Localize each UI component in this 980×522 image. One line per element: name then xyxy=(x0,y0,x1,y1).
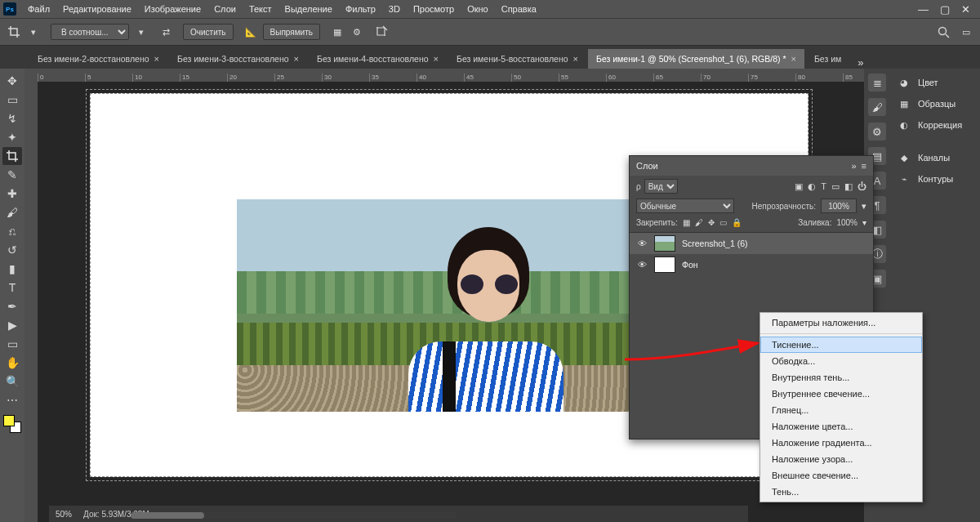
blend-mode-select[interactable]: Обычные xyxy=(636,199,734,213)
close-icon[interactable]: × xyxy=(154,54,159,64)
search-icon[interactable] xyxy=(936,25,951,39)
history-brush-tool-icon[interactable]: ↺ xyxy=(2,241,22,259)
crop-tool-icon[interactable] xyxy=(2,147,22,165)
grid-overlay-icon[interactable]: ▦ xyxy=(330,25,345,39)
panel-channels[interactable]: ◆ Каналы xyxy=(890,147,980,168)
magic-wand-tool-icon[interactable]: ✦ xyxy=(2,128,22,146)
layer-thumbnail[interactable] xyxy=(654,257,675,273)
menu-view[interactable]: Просмотр xyxy=(407,4,461,14)
foreground-color-swatch[interactable] xyxy=(3,415,15,426)
filter-adjust-icon[interactable]: ◐ xyxy=(808,181,816,192)
window-close-icon[interactable]: ✕ xyxy=(961,4,970,15)
opacity-value[interactable]: 100% xyxy=(821,199,857,213)
brush-settings-panel-icon[interactable]: ⚙ xyxy=(868,123,886,141)
filter-type-icon[interactable]: T xyxy=(821,181,826,192)
marquee-tool-icon[interactable]: ▭ xyxy=(2,91,22,109)
lock-all-icon[interactable]: 🔒 xyxy=(732,218,742,227)
menu-item-pattern-overlay[interactable]: Наложение узора... xyxy=(760,451,922,467)
lasso-tool-icon[interactable]: ↯ xyxy=(2,109,22,127)
tabs-overflow-icon[interactable]: » xyxy=(853,56,868,69)
lock-artboard-icon[interactable]: ▭ xyxy=(719,218,727,227)
panel-paths[interactable]: ⌁ Контуры xyxy=(890,168,980,190)
gear-icon[interactable]: ⚙ xyxy=(350,25,364,39)
edit-toolbar-icon[interactable]: ⋯ xyxy=(2,391,22,409)
layer-thumbnail[interactable] xyxy=(654,235,675,252)
menu-item-outer-glow[interactable]: Внешнее свечение... xyxy=(760,467,922,484)
filter-toggle-icon[interactable]: ⏻ xyxy=(858,181,866,192)
gradient-tool-icon[interactable]: ▮ xyxy=(2,260,22,278)
doc-tab[interactable]: Без имени-5-восстановлено× xyxy=(448,49,586,69)
doc-tab[interactable]: Без имени-4-восстановлено× xyxy=(309,49,447,69)
brushes-panel-icon[interactable]: 🖌 xyxy=(868,98,886,116)
close-icon[interactable]: × xyxy=(294,54,299,64)
layer-name[interactable]: Фон xyxy=(682,260,698,270)
chevron-down-icon[interactable]: ▾ xyxy=(26,25,41,39)
panel-adjustments[interactable]: ◐ Коррекция xyxy=(890,114,980,136)
panel-color[interactable]: ◕ Цвет xyxy=(890,72,980,93)
menu-file[interactable]: Файл xyxy=(21,4,56,14)
panel-swatches[interactable]: ▦ Образцы xyxy=(890,93,980,114)
clone-stamp-tool-icon[interactable]: ⎌ xyxy=(2,222,22,240)
doc-tab[interactable]: Без имени-2-восстановлено× xyxy=(29,49,167,69)
menu-item-satin[interactable]: Глянец... xyxy=(760,402,922,418)
brush-tool-icon[interactable]: 🖌 xyxy=(2,203,22,221)
visibility-icon[interactable]: 👁 xyxy=(636,239,648,248)
chevron-down-icon[interactable]: ▾ xyxy=(862,201,866,212)
window-maximize-icon[interactable]: ▢ xyxy=(940,4,950,15)
menu-item-inner-glow[interactable]: Внутреннее свечение... xyxy=(760,386,922,402)
move-tool-icon[interactable]: ✥ xyxy=(2,72,22,90)
layer-filter-type[interactable]: Вид xyxy=(644,179,678,194)
filter-image-icon[interactable]: ▣ xyxy=(795,181,803,192)
layers-panel-header[interactable]: Слои » ≡ xyxy=(630,156,873,176)
path-select-tool-icon[interactable]: ▶ xyxy=(2,316,22,334)
zoom-tool-icon[interactable]: 🔍 xyxy=(2,373,22,390)
layer-row[interactable]: 👁 Фон xyxy=(630,254,873,275)
pen-tool-icon[interactable]: ✒ xyxy=(2,297,22,315)
eyedropper-tool-icon[interactable]: ✎ xyxy=(2,166,22,184)
panel-menu-icon[interactable]: ≡ xyxy=(862,161,866,171)
menu-select[interactable]: Выделение xyxy=(278,4,339,14)
filter-shape-icon[interactable]: ▭ xyxy=(831,181,840,192)
type-tool-icon[interactable]: T xyxy=(2,279,22,297)
menu-3d[interactable]: 3D xyxy=(382,4,407,14)
chevron-down-icon[interactable]: ▾ xyxy=(862,218,866,227)
close-icon[interactable]: × xyxy=(573,54,578,64)
lock-pixels-icon[interactable]: ▦ xyxy=(683,218,690,227)
lock-brush-icon[interactable]: 🖌 xyxy=(695,218,703,227)
doc-tab-active[interactable]: Без имени-1 @ 50% (Screenshot_1 (6), RGB… xyxy=(588,49,804,69)
fill-value[interactable]: 100% xyxy=(836,218,858,227)
menu-item-drop-shadow[interactable]: Тень... xyxy=(760,484,922,500)
menu-layers[interactable]: Слои xyxy=(207,4,243,14)
healing-brush-tool-icon[interactable]: ✚ xyxy=(2,185,22,203)
menu-item-stroke[interactable]: Обводка... xyxy=(760,353,922,369)
shape-tool-icon[interactable]: ▭ xyxy=(2,335,22,353)
layer-name[interactable]: Screenshot_1 (6) xyxy=(682,239,748,248)
menu-item-color-overlay[interactable]: Наложение цвета... xyxy=(760,418,922,435)
menu-item-blend-options[interactable]: Параметры наложения... xyxy=(760,315,922,331)
history-panel-icon[interactable]: ≣ xyxy=(868,74,886,91)
layer-row[interactable]: 👁 Screenshot_1 (6) xyxy=(630,233,873,254)
menu-window[interactable]: Окно xyxy=(461,4,495,14)
hand-tool-icon[interactable]: ✋ xyxy=(2,354,22,372)
panel-toggle-icon[interactable]: ▭ xyxy=(959,25,973,39)
aspect-ratio-select[interactable]: В соотнош... xyxy=(51,24,129,40)
menu-item-bevel-emboss[interactable]: Тиснение... xyxy=(760,337,922,353)
visibility-icon[interactable]: 👁 xyxy=(636,260,648,270)
clear-button[interactable]: Очистить xyxy=(183,24,234,40)
collapse-icon[interactable]: » xyxy=(851,161,856,171)
menu-edit[interactable]: Редактирование xyxy=(56,4,138,14)
swap-icon[interactable]: ⇄ xyxy=(158,25,173,39)
menu-image[interactable]: Изображение xyxy=(138,4,207,14)
scrollbar-horizontal[interactable] xyxy=(131,512,457,519)
chevron-down-icon[interactable]: ▾ xyxy=(134,25,149,39)
menu-text[interactable]: Текст xyxy=(243,4,278,14)
menu-item-gradient-overlay[interactable]: Наложение градиента... xyxy=(760,435,922,451)
filter-smart-icon[interactable]: ◧ xyxy=(844,181,853,192)
menu-help[interactable]: Справка xyxy=(495,4,543,14)
doc-tab[interactable]: Без им xyxy=(806,49,849,69)
lock-position-icon[interactable]: ✥ xyxy=(708,218,715,227)
menu-filter[interactable]: Фильтр xyxy=(339,4,382,14)
zoom-level[interactable]: 50% xyxy=(56,510,72,519)
window-minimize-icon[interactable]: — xyxy=(918,4,929,15)
close-icon[interactable]: × xyxy=(791,54,795,64)
